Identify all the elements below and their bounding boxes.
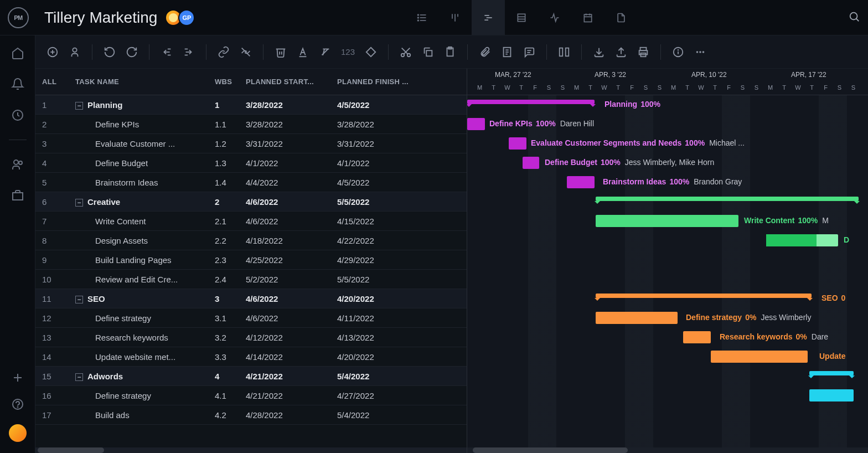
assign-icon[interactable] — [69, 46, 81, 58]
finish-cell[interactable]: 4/5/2022 — [337, 100, 428, 110]
link-icon[interactable] — [218, 46, 230, 58]
print-icon[interactable] — [637, 46, 649, 58]
gantt-bar[interactable] — [596, 294, 812, 298]
task-name-cell[interactable]: Write Content — [71, 217, 215, 226]
task-name-cell[interactable]: Define KPIs — [71, 120, 215, 129]
wbs-cell[interactable]: 4 — [215, 372, 246, 381]
gantt-bar[interactable] — [523, 157, 539, 169]
start-cell[interactable]: 4/28/2022 — [246, 410, 337, 420]
table-row[interactable]: 10Review and Edit Cre...2.45/2/20225/5/2… — [35, 270, 467, 289]
col-wbs[interactable]: WBS — [215, 78, 246, 86]
start-cell[interactable]: 4/25/2022 — [246, 255, 337, 265]
gantt-bar[interactable] — [567, 176, 595, 188]
task-name-cell[interactable]: Brainstorm Ideas — [71, 178, 215, 187]
wbs-cell[interactable]: 1.4 — [215, 178, 246, 187]
start-cell[interactable]: 4/12/2022 — [246, 333, 337, 342]
finish-cell[interactable]: 4/1/2022 — [337, 158, 428, 168]
avatar[interactable]: GP — [178, 9, 195, 26]
table-row[interactable]: 11−SEO34/6/20224/20/2022 — [35, 289, 467, 308]
task-name-cell[interactable]: Define strategy — [71, 313, 215, 323]
more-icon[interactable] — [694, 46, 706, 58]
finish-cell[interactable]: 5/5/2022 — [337, 197, 428, 207]
table-row[interactable]: 9Build Landing Pages2.34/25/20224/29/202… — [35, 250, 467, 270]
add-icon[interactable] — [11, 371, 24, 384]
table-row[interactable]: 17Build ads4.24/28/20225/4/2022 — [35, 405, 467, 425]
gantt-bar[interactable] — [596, 215, 738, 227]
finish-cell[interactable]: 5/4/2022 — [337, 372, 428, 381]
finish-cell[interactable]: 4/5/2022 — [337, 178, 428, 187]
app-logo[interactable]: PM — [8, 7, 29, 28]
unlink-icon[interactable] — [240, 46, 252, 58]
start-cell[interactable]: 4/6/2022 — [246, 197, 337, 207]
start-cell[interactable]: 4/14/2022 — [246, 352, 337, 362]
start-cell[interactable]: 4/6/2022 — [246, 294, 337, 303]
task-name-cell[interactable]: −SEO — [71, 294, 215, 303]
gantt-bar[interactable] — [766, 234, 838, 246]
start-cell[interactable]: 4/21/2022 — [246, 372, 337, 381]
wbs-cell[interactable]: 4.1 — [215, 391, 246, 400]
import-icon[interactable] — [593, 46, 605, 58]
table-row[interactable]: 4Define Budget1.34/1/20224/1/2022 — [35, 153, 467, 173]
col-start[interactable]: PLANNED START... — [246, 78, 337, 86]
task-name-cell[interactable]: Evaluate Customer ... — [71, 139, 215, 148]
finish-cell[interactable]: 4/27/2022 — [337, 391, 428, 400]
wbs-cell[interactable]: 3.2 — [215, 333, 246, 342]
start-cell[interactable]: 4/6/2022 — [246, 217, 337, 226]
finish-cell[interactable]: 3/31/2022 — [337, 139, 428, 148]
grid-scrollbar[interactable] — [35, 447, 467, 453]
paste-icon[interactable] — [444, 46, 456, 58]
clear-format-icon[interactable] — [319, 46, 331, 58]
task-name-cell[interactable]: −Creative — [71, 197, 215, 207]
wbs-cell[interactable]: 2 — [215, 197, 246, 207]
add-task-icon[interactable] — [46, 46, 59, 58]
outdent-icon[interactable] — [161, 46, 173, 58]
task-name-cell[interactable]: Build Landing Pages — [71, 255, 215, 265]
undo-icon[interactable] — [104, 46, 116, 58]
finish-cell[interactable]: 4/11/2022 — [337, 313, 428, 323]
gantt-bar[interactable] — [596, 197, 859, 201]
wbs-cell[interactable]: 3 — [215, 294, 246, 303]
wbs-cell[interactable]: 2.3 — [215, 255, 246, 265]
col-name[interactable]: TASK NAME — [71, 78, 215, 86]
wbs-cell[interactable]: 1 — [215, 100, 246, 110]
recent-icon[interactable] — [11, 109, 24, 122]
start-cell[interactable]: 3/28/2022 — [246, 100, 337, 110]
delete-icon[interactable] — [275, 46, 287, 58]
collapse-icon[interactable]: − — [75, 373, 83, 381]
task-name-cell[interactable]: Design Assets — [71, 236, 215, 245]
wbs-cell[interactable]: 3.3 — [215, 352, 246, 362]
milestone-icon[interactable] — [365, 46, 377, 58]
table-row[interactable]: 6−Creative24/6/20225/5/2022 — [35, 192, 467, 212]
export-icon[interactable] — [615, 46, 627, 58]
gantt-scrollbar[interactable] — [467, 447, 868, 453]
wbs-cell[interactable]: 1.2 — [215, 139, 246, 148]
col-all[interactable]: ALL — [35, 78, 66, 86]
task-name-cell[interactable]: Define strategy — [71, 391, 215, 400]
view-board[interactable] — [438, 0, 472, 35]
task-name-cell[interactable]: Build ads — [71, 410, 215, 420]
view-gantt[interactable] — [472, 0, 505, 35]
finish-cell[interactable]: 4/20/2022 — [337, 294, 428, 303]
help-icon[interactable] — [11, 398, 24, 411]
home-icon[interactable] — [11, 47, 24, 60]
indent-icon[interactable] — [183, 46, 195, 58]
start-cell[interactable]: 4/1/2022 — [246, 158, 337, 168]
project-title[interactable]: Tillery Marketing — [44, 9, 157, 27]
gantt-bar[interactable] — [596, 312, 678, 324]
attach-icon[interactable] — [479, 46, 491, 58]
collapse-icon[interactable]: − — [75, 102, 83, 110]
columns-icon[interactable] — [558, 46, 570, 58]
search-icon[interactable] — [848, 11, 860, 24]
finish-cell[interactable]: 5/5/2022 — [337, 275, 428, 284]
wbs-cell[interactable]: 4.2 — [215, 410, 246, 420]
view-files[interactable] — [604, 0, 638, 35]
notes-icon[interactable] — [501, 46, 513, 58]
table-row[interactable]: 8Design Assets2.24/18/20224/22/2022 — [35, 231, 467, 250]
gantt-bar[interactable] — [683, 331, 711, 343]
text-color-icon[interactable] — [297, 46, 309, 58]
table-row[interactable]: 2Define KPIs1.13/28/20223/28/2022 — [35, 115, 467, 134]
start-cell[interactable]: 3/31/2022 — [246, 139, 337, 148]
table-row[interactable]: 14Update website met...3.34/14/20224/20/… — [35, 347, 467, 367]
comment-icon[interactable] — [523, 46, 535, 58]
task-name-cell[interactable]: Define Budget — [71, 158, 215, 168]
